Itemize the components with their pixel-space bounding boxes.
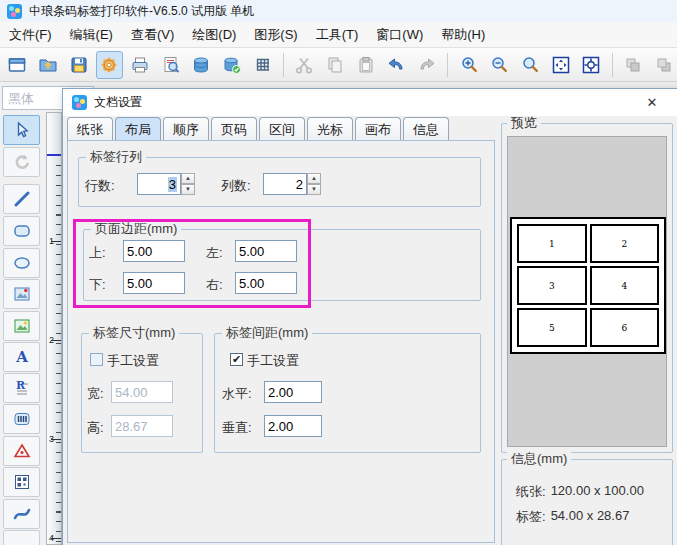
ellipse-icon	[12, 253, 32, 273]
height-input[interactable]: 28.67	[111, 415, 173, 437]
qrcode-tool-button[interactable]	[3, 467, 40, 497]
order-back-button[interactable]	[650, 51, 677, 79]
tab-cursor[interactable]: 光标	[307, 117, 353, 140]
print-preview-button[interactable]	[157, 51, 184, 79]
undo-button[interactable]	[383, 51, 410, 79]
open-file-button[interactable]	[35, 51, 62, 79]
main-toolbar	[0, 48, 677, 82]
line-tool-button[interactable]	[3, 184, 40, 214]
preview-cell: 6	[590, 308, 660, 347]
database-check-icon	[222, 55, 242, 75]
print-preview-icon	[161, 55, 181, 75]
database-refresh-button[interactable]	[219, 51, 246, 79]
window-title: 中琅条码标签打印软件-V6.5.0 试用版 单机	[29, 3, 254, 20]
preview-cell: 3	[517, 266, 587, 305]
menu-draw[interactable]: 绘图(D)	[183, 22, 245, 47]
ellipse-tool-button[interactable]	[3, 248, 40, 278]
printer-icon	[130, 55, 150, 75]
rotate-tool-button[interactable]	[3, 147, 40, 177]
info-group	[501, 459, 673, 545]
image-tool-button[interactable]	[3, 279, 40, 309]
rows-stepper[interactable]: ▲▼	[181, 173, 195, 195]
text-tool-button[interactable]: A	[3, 342, 40, 372]
rich-text-tool-button[interactable]: R	[3, 373, 40, 403]
arc-tool-button[interactable]	[3, 530, 40, 545]
label-spacing-manual-checkbox[interactable]: ✔	[230, 353, 243, 366]
tab-range[interactable]: 区间	[259, 117, 305, 140]
send-backward-icon	[654, 55, 674, 75]
zoom-reset-button[interactable]	[517, 51, 544, 79]
dialog-tabs: 纸张 布局 顺序 页码 区间 光标 画布 信息	[67, 117, 449, 141]
menu-window[interactable]: 窗口(W)	[367, 22, 432, 47]
redo-button[interactable]	[414, 51, 441, 79]
scissors-icon	[294, 55, 314, 75]
margin-bottom-label: 下:	[89, 276, 106, 294]
horizontal-input[interactable]: 2.00	[264, 381, 322, 403]
menu-edit[interactable]: 编辑(E)	[61, 22, 122, 47]
tab-page-number[interactable]: 页码	[211, 117, 257, 140]
width-input[interactable]: 54.00	[111, 381, 173, 403]
margin-right-label: 右:	[206, 276, 223, 294]
fit-page-button[interactable]	[578, 51, 605, 79]
tab-paper[interactable]: 纸张	[67, 117, 113, 140]
margin-bottom-input[interactable]: 5.00	[123, 272, 185, 294]
picture-tool-button[interactable]	[3, 311, 40, 341]
toolbar-separator	[447, 53, 448, 77]
label-size-group-title: 标签尺寸(mm)	[89, 326, 179, 340]
curve-tool-button[interactable]	[3, 499, 40, 529]
new-document-button[interactable]	[4, 51, 31, 79]
print-button[interactable]	[127, 51, 154, 79]
menu-tools[interactable]: 工具(T)	[307, 22, 368, 47]
menu-help[interactable]: 帮助(H)	[432, 22, 494, 47]
svg-text:A: A	[15, 348, 28, 366]
save-button[interactable]	[65, 51, 92, 79]
page-origin-line	[47, 154, 61, 156]
save-icon	[69, 55, 89, 75]
margin-top-input[interactable]: 5.00	[123, 240, 185, 262]
ruler-ticks	[56, 165, 61, 544]
zoom-out-button[interactable]	[486, 51, 513, 79]
cut-button[interactable]	[291, 51, 318, 79]
close-icon[interactable]: ✕	[641, 93, 663, 112]
dialog-icon	[72, 95, 87, 110]
tab-canvas[interactable]: 画布	[355, 117, 401, 140]
cols-input[interactable]: 2	[263, 173, 307, 195]
vertical-input[interactable]: 2.00	[264, 415, 322, 437]
qrcode-icon	[12, 472, 32, 492]
database-button[interactable]	[188, 51, 215, 79]
grid-button[interactable]	[250, 51, 277, 79]
fit-window-button[interactable]	[547, 51, 574, 79]
menu-file[interactable]: 文件(F)	[0, 22, 61, 47]
menu-shape[interactable]: 图形(S)	[245, 22, 306, 47]
tab-layout[interactable]: 布局	[115, 117, 161, 141]
document-settings-button[interactable]	[96, 51, 123, 79]
barcode-tool-button[interactable]	[3, 404, 40, 434]
application-window: 中琅条码标签打印软件-V6.5.0 试用版 单机 文件(F) 编辑(E) 查看(…	[0, 0, 677, 545]
cols-stepper[interactable]: ▲▼	[307, 173, 321, 195]
copy-button[interactable]	[322, 51, 349, 79]
magnifier-icon	[520, 55, 540, 75]
label-info-label: 标签:	[516, 508, 546, 526]
ruler-number: 3	[49, 434, 54, 444]
ruler-number: 4	[49, 533, 54, 543]
text-icon: A	[12, 347, 32, 367]
tab-order[interactable]: 顺序	[163, 117, 209, 140]
paste-button[interactable]	[352, 51, 379, 79]
picture-icon	[12, 316, 32, 336]
rows-input[interactable]: 3	[137, 173, 181, 195]
shape-tool-button[interactable]	[3, 436, 40, 466]
rotate-icon	[12, 152, 32, 172]
label-spacing-group-title: 标签间距(mm)	[222, 326, 312, 340]
zoom-in-button[interactable]	[455, 51, 482, 79]
select-tool-button[interactable]	[3, 115, 40, 145]
tab-info[interactable]: 信息	[403, 117, 449, 140]
label-size-manual-checkbox[interactable]	[90, 353, 103, 366]
menu-view[interactable]: 查看(V)	[122, 22, 183, 47]
margin-left-input[interactable]: 5.00	[235, 240, 297, 262]
new-document-icon	[7, 55, 27, 75]
margin-right-input[interactable]: 5.00	[235, 272, 297, 294]
order-front-button[interactable]	[620, 51, 647, 79]
rounded-rect-tool-button[interactable]	[3, 216, 40, 246]
vertical-label: 垂直:	[222, 419, 252, 437]
zoom-in-icon	[459, 55, 479, 75]
